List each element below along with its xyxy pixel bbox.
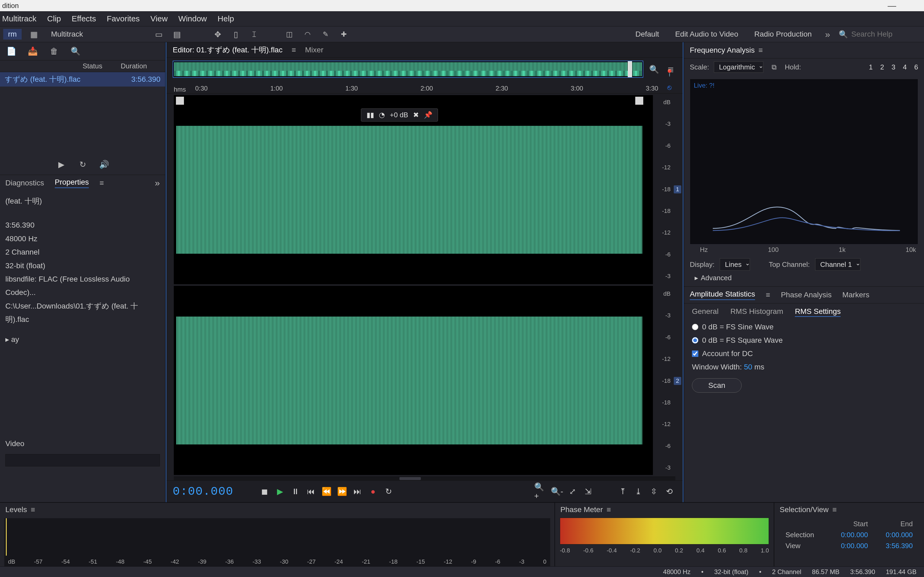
sel-start[interactable]: 0:00.000	[828, 530, 872, 540]
heal-tool-icon[interactable]: ✚	[338, 28, 350, 40]
zoom-in-amp-icon[interactable]: ⤒	[615, 484, 630, 499]
menu-favorites[interactable]: Favorites	[107, 14, 140, 23]
freq-analysis-title[interactable]: Frequency Analysis	[690, 46, 755, 55]
hud-thumbtack-icon[interactable]: 📌	[424, 111, 432, 119]
subtab-general[interactable]: General	[692, 307, 719, 317]
workspace-overflow-icon[interactable]: »	[823, 29, 832, 40]
timeline[interactable]: hms 0:30 1:00 1:30 2:00 2:30 3:00 3:30 📍…	[166, 81, 683, 93]
fade-out-handle[interactable]	[635, 97, 643, 105]
multitrack-icon[interactable]: ▦	[28, 28, 40, 40]
fade-in-handle[interactable]	[176, 97, 184, 105]
hold-3[interactable]: 3	[892, 63, 895, 71]
phase-title[interactable]: Phase Meter	[561, 505, 603, 514]
tab-amplitude-statistics[interactable]: Amplitude Statistics	[690, 290, 755, 300]
files-search-icon[interactable]: 🔍	[69, 45, 81, 57]
menu-multitrack[interactable]: Multitrack	[2, 14, 36, 23]
prop-disclosure[interactable]: ▸ ay	[5, 333, 160, 346]
subtab-rms-settings[interactable]: RMS Settings	[795, 307, 841, 317]
video-dropzone[interactable]	[5, 454, 160, 466]
play-button[interactable]: ▶	[273, 484, 287, 499]
brush-tool-icon[interactable]: ✎	[320, 28, 331, 40]
phase-menu-icon[interactable]: ≡	[607, 505, 611, 514]
hold-1[interactable]: 1	[869, 63, 873, 71]
mode-multitrack[interactable]: Multitrack	[46, 29, 88, 40]
zoom-sel-icon[interactable]: ⇲	[581, 484, 595, 499]
menu-clip[interactable]: Clip	[47, 14, 61, 23]
overview-waveform[interactable]	[173, 61, 643, 78]
overview-handle[interactable]	[628, 61, 632, 77]
files-open-icon[interactable]: 📄	[5, 45, 17, 57]
go-end-button[interactable]: ⏭	[350, 484, 365, 499]
files-import-icon[interactable]: 📥	[27, 45, 39, 57]
waveform-channel-2[interactable]	[174, 286, 653, 475]
video-panel-label[interactable]: Video	[5, 437, 160, 450]
scale-select[interactable]: Logarithmic	[714, 61, 763, 73]
workspace-radio-production[interactable]: Radio Production	[750, 29, 817, 40]
editor-tab-menu-icon[interactable]: ≡	[292, 46, 296, 54]
display-select[interactable]: Lines	[720, 258, 750, 271]
marquee-tool-icon[interactable]: ◫	[283, 28, 295, 40]
selview-title[interactable]: Selection/View	[780, 505, 829, 514]
menu-window[interactable]: Window	[178, 14, 207, 23]
view-end[interactable]: 3:56.390	[873, 541, 917, 551]
levels-title[interactable]: Levels	[5, 505, 27, 514]
files-col-duration[interactable]: Duration	[121, 62, 159, 70]
zoom-full-icon[interactable]: ⤢	[565, 484, 580, 499]
pin-icon[interactable]: 📍	[664, 67, 675, 79]
advanced-disclosure[interactable]: ▸ Advanced	[684, 272, 924, 286]
levels-menu-icon[interactable]: ≡	[31, 505, 35, 514]
zoom-out-icon[interactable]: 🔍-	[550, 484, 564, 499]
hud-pin-icon[interactable]: ✖	[413, 111, 419, 119]
waveform-channel-1[interactable]: ▮▮ ◔ +0 dB ✖ 📌	[174, 95, 653, 284]
tab-editor[interactable]: Editor: 01.すずめ (feat. 十明).flac	[173, 45, 283, 55]
files-col-status[interactable]: Status	[82, 62, 121, 70]
selview-menu-icon[interactable]: ≡	[832, 505, 837, 514]
pin2-icon[interactable]: ⎋	[664, 82, 675, 93]
files-delete-icon[interactable]: 🗑	[48, 45, 60, 57]
channel-badge-2[interactable]: 2	[674, 377, 681, 385]
stop-button[interactable]: ◼	[257, 484, 271, 499]
tab-properties[interactable]: Properties	[55, 178, 89, 188]
tab-diagnostics[interactable]: Diagnostics	[5, 179, 44, 187]
radio-square[interactable]: 0 dB = FS Square Wave	[692, 336, 916, 345]
go-start-button[interactable]: ⏮	[304, 484, 318, 499]
files-play-icon[interactable]: ▶	[55, 158, 67, 170]
move-tool-icon[interactable]: ✥	[212, 28, 223, 40]
search-help-input[interactable]	[851, 30, 921, 39]
loop-button[interactable]: ↻	[381, 484, 396, 499]
scan-button[interactable]: Scan	[692, 378, 741, 393]
hold-2[interactable]: 2	[880, 63, 884, 71]
checkbox-account-dc[interactable]: Account for DC	[692, 350, 916, 358]
razor-tool-icon[interactable]: ▯	[230, 28, 242, 40]
amp-panel-menu-icon[interactable]: ≡	[766, 291, 770, 299]
menu-view[interactable]: View	[150, 14, 168, 23]
radio-sine[interactable]: 0 dB = FS Sine Wave	[692, 323, 916, 331]
mode-waveform[interactable]: rm	[3, 29, 22, 40]
refresh-icon[interactable]: ⟲	[662, 484, 677, 499]
hold-4[interactable]: 4	[903, 63, 906, 71]
menu-effects[interactable]: Effects	[72, 14, 96, 23]
view-start[interactable]: 0:00.000	[828, 541, 872, 551]
levels-meter[interactable]: dB -57 -54 -51 -48 -45 -42 -39 -36 -33 -…	[4, 518, 550, 566]
files-loop-icon[interactable]: ↻	[77, 158, 89, 170]
lasso-tool-icon[interactable]: ◠	[302, 28, 313, 40]
workspace-edit-audio-to-video[interactable]: Edit Audio to Video	[670, 29, 743, 40]
window-width-value[interactable]: 50	[744, 363, 752, 371]
top-channel-select[interactable]: Channel 1	[815, 258, 860, 271]
tab-mixer[interactable]: Mixer	[305, 46, 323, 54]
timecode[interactable]: 0:00.000	[173, 485, 242, 498]
panel-expand-icon[interactable]: »	[155, 177, 160, 188]
phase-meter[interactable]	[560, 518, 769, 545]
panel-menu-icon[interactable]: ≡	[99, 179, 104, 187]
spectral-toggle-icon[interactable]: ▤	[171, 28, 183, 40]
file-row[interactable]: すずめ (feat. 十明).flac 3:56.390	[0, 72, 165, 87]
hud-overlay[interactable]: ▮▮ ◔ +0 dB ✖ 📌	[361, 108, 438, 121]
subtab-rms-histogram[interactable]: RMS Histogram	[730, 307, 783, 317]
horizontal-scrollbar[interactable]	[174, 477, 675, 480]
tab-markers[interactable]: Markers	[842, 291, 869, 299]
tab-phase-analysis[interactable]: Phase Analysis	[781, 291, 832, 299]
files-autoplay-icon[interactable]: 🔊	[98, 158, 110, 170]
freq-panel-menu-icon[interactable]: ≡	[759, 46, 763, 55]
rewind-button[interactable]: ⏪	[319, 484, 334, 499]
workspace-default[interactable]: Default	[630, 29, 664, 40]
